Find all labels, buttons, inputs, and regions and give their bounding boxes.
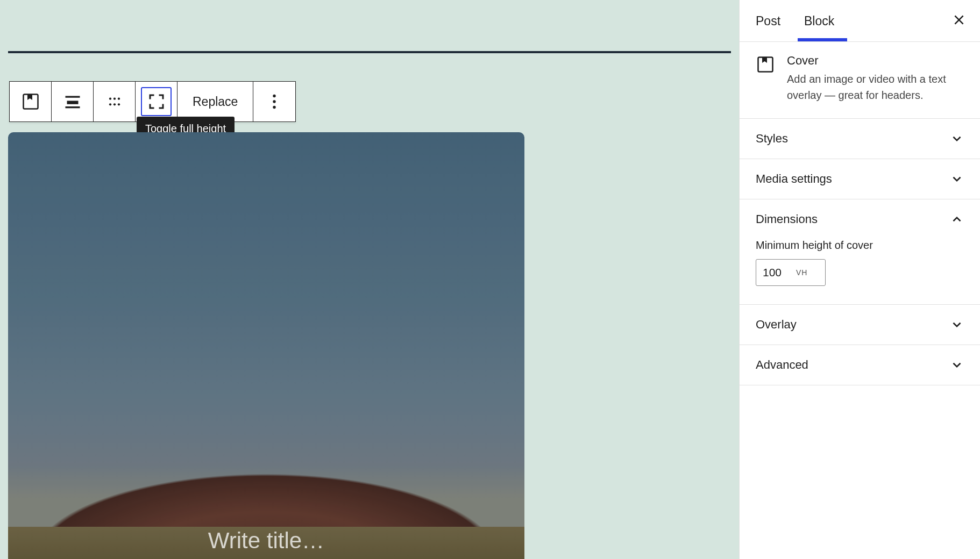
panel-overlay: Overlay	[740, 305, 980, 345]
svg-point-11	[273, 100, 276, 103]
svg-point-10	[273, 95, 276, 97]
chevron-down-icon	[950, 318, 964, 332]
svg-rect-1	[65, 96, 80, 98]
panel-title: Dimensions	[756, 212, 818, 226]
cover-icon	[756, 55, 775, 74]
cover-block[interactable]: Write title…	[8, 132, 524, 559]
svg-point-5	[113, 98, 115, 100]
block-card-description: Add an image or video with a text overla…	[787, 71, 964, 103]
settings-sidebar: Post Block Cover Add an image or video w…	[739, 0, 980, 559]
block-toolbar: Replace	[9, 81, 296, 122]
chevron-down-icon	[950, 132, 964, 146]
align-button[interactable]	[52, 82, 94, 121]
replace-button[interactable]: Replace	[177, 82, 253, 121]
svg-point-12	[273, 106, 276, 109]
sidebar-tabs: Post Block	[740, 0, 980, 42]
svg-point-7	[109, 103, 111, 105]
svg-point-6	[117, 98, 119, 100]
panel-title: Overlay	[756, 318, 797, 332]
chevron-up-icon	[950, 212, 964, 226]
panel-title: Styles	[756, 132, 788, 146]
panel-dimensions-body: Minimum height of cover VH	[740, 239, 980, 304]
cover-icon	[21, 92, 40, 111]
panel-media-settings: Media settings	[740, 159, 980, 199]
panel-title: Advanced	[756, 358, 808, 372]
cover-overlay-layer	[8, 132, 524, 559]
block-card: Cover Add an image or video with a text …	[740, 42, 980, 119]
svg-rect-2	[67, 101, 78, 104]
min-height-input[interactable]	[763, 266, 796, 279]
min-height-label: Minimum height of cover	[756, 239, 964, 252]
separator-block	[8, 51, 731, 53]
panel-media-toggle[interactable]: Media settings	[740, 159, 980, 199]
full-height-icon	[147, 92, 166, 111]
close-icon	[952, 13, 966, 27]
more-options-button[interactable]	[253, 82, 295, 121]
block-type-button[interactable]	[10, 82, 52, 121]
toggle-full-height-button[interactable]	[136, 82, 177, 121]
block-card-title: Cover	[787, 54, 964, 68]
chevron-down-icon	[950, 172, 964, 186]
cover-title-input[interactable]: Write title…	[8, 528, 524, 554]
panel-dimensions: Dimensions Minimum height of cover VH	[740, 199, 980, 305]
svg-rect-3	[65, 106, 80, 108]
chevron-down-icon	[950, 358, 964, 372]
panel-styles: Styles	[740, 119, 980, 159]
svg-point-8	[113, 103, 115, 105]
panel-styles-toggle[interactable]: Styles	[740, 119, 980, 159]
tab-post[interactable]: Post	[756, 1, 780, 40]
min-height-unit[interactable]: VH	[796, 268, 807, 277]
svg-point-9	[117, 103, 119, 105]
min-height-field[interactable]: VH	[756, 259, 826, 286]
more-vertical-icon	[265, 92, 284, 111]
close-sidebar-button[interactable]	[949, 10, 969, 32]
editor-canvas: Replace Toggle full height Write title…	[0, 0, 739, 559]
move-button[interactable]	[94, 82, 136, 121]
align-icon	[63, 92, 82, 111]
panel-overlay-toggle[interactable]: Overlay	[740, 305, 980, 345]
panel-title: Media settings	[756, 172, 832, 186]
tab-block[interactable]: Block	[804, 1, 834, 40]
panel-advanced-toggle[interactable]: Advanced	[740, 345, 980, 385]
drag-handle-icon	[106, 93, 123, 110]
panel-dimensions-toggle[interactable]: Dimensions	[740, 199, 980, 239]
panel-advanced: Advanced	[740, 345, 980, 385]
svg-point-4	[109, 98, 111, 100]
